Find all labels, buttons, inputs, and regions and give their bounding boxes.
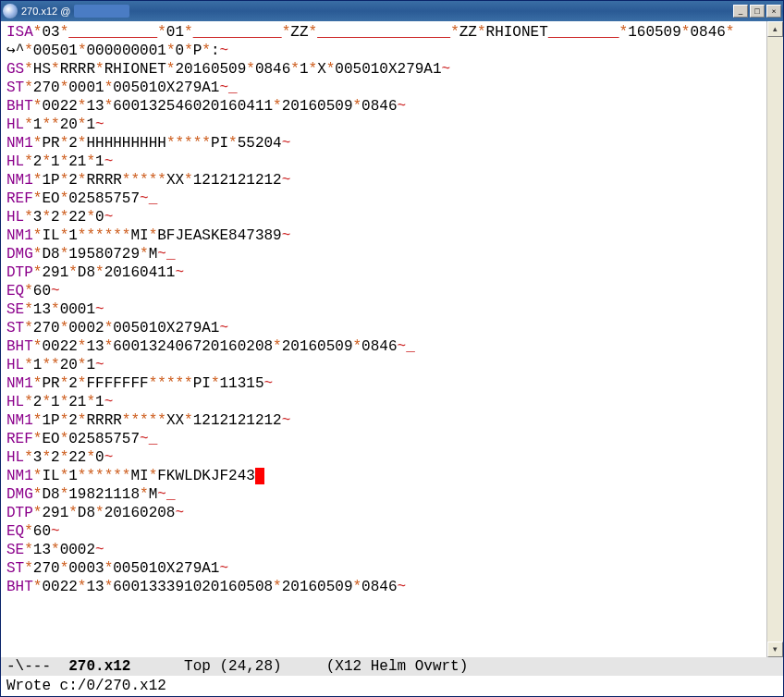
code-line[interactable]: ST*270*0001*005010X279A1~_ xyxy=(6,79,761,97)
scroll-up-button[interactable]: ▴ xyxy=(767,21,783,37)
close-button[interactable]: × xyxy=(766,5,781,18)
code-line[interactable]: ↪^*00501*000000001*0*P*:~ xyxy=(6,42,761,60)
code-line[interactable]: NM1*PR*2*HHHHHHHHH*****PI*55204~ xyxy=(6,134,761,153)
code-line[interactable]: DTP*291*D8*20160411~ xyxy=(6,263,761,282)
code-line[interactable]: GS*HS*RRRR*RHIONET*20160509*0846*1*X*005… xyxy=(6,60,761,79)
code-line[interactable]: REF*EO*02585757~_ xyxy=(6,430,761,448)
vertical-scrollbar[interactable]: ▴ ▾ xyxy=(766,21,782,657)
mode-line: -\--- 270.x12 Top (24,28) (X12 Helm Ovwr… xyxy=(1,657,783,676)
code-line[interactable]: NM1*1P*2*RRRR*****XX*1212121212~ xyxy=(6,171,761,190)
title-host-redacted xyxy=(74,5,129,18)
code-line[interactable]: SE*13*0002~ xyxy=(6,541,761,559)
window-title: 270.x12 @ xyxy=(21,6,70,17)
code-line[interactable]: DMG*D8*19580729*M~_ xyxy=(6,245,761,263)
maximize-button[interactable]: □ xyxy=(750,5,765,18)
minimize-button[interactable]: _ xyxy=(733,5,748,18)
code-line[interactable]: BHT*0022*13*600133391020160508*20160509*… xyxy=(6,578,761,596)
code-line[interactable]: NM1*IL*1******MI*FKWLDKJF243~ xyxy=(6,467,761,485)
code-line[interactable]: EQ*60~ xyxy=(6,282,761,300)
code-line[interactable]: REF*EO*02585757~_ xyxy=(6,190,761,208)
code-line[interactable]: HL*3*2*22*0~ xyxy=(6,208,761,226)
code-line[interactable]: HL*3*2*22*0~ xyxy=(6,448,761,467)
code-line[interactable]: HL*2*1*21*1~ xyxy=(6,153,761,171)
code-line[interactable]: ISA*03* *01* *ZZ* *ZZ*RHIONET *160509*08… xyxy=(6,23,761,42)
app-icon xyxy=(3,4,18,18)
code-line[interactable]: NM1*1P*2*RRRR*****XX*1212121212~ xyxy=(6,411,761,430)
code-line[interactable]: DMG*D8*19821118*M~_ xyxy=(6,485,761,504)
minibuffer[interactable]: Wrote c:/0/270.x12 xyxy=(1,676,783,696)
editor-area[interactable]: ISA*03* *01* *ZZ* *ZZ*RHIONET *160509*08… xyxy=(1,21,783,657)
code-line[interactable]: HL*1**20*1~ xyxy=(6,356,761,374)
code-line[interactable]: BHT*0022*13*600132546020160411*20160509*… xyxy=(6,97,761,116)
scroll-down-button[interactable]: ▾ xyxy=(767,642,783,657)
app-window: 270.x12 @ _ □ × ISA*03* *01* *ZZ* *ZZ*RH… xyxy=(0,0,784,697)
title-bar[interactable]: 270.x12 @ _ □ × xyxy=(1,1,783,21)
code-line[interactable]: HL*2*1*21*1~ xyxy=(6,393,761,411)
window-controls: _ □ × xyxy=(733,5,783,18)
code-line[interactable]: NM1*IL*1******MI*BFJEASKE847389~ xyxy=(6,226,761,245)
buffer-name: 270.x12 xyxy=(68,658,130,675)
code-line[interactable]: DTP*291*D8*20160208~ xyxy=(6,504,761,522)
code-line[interactable]: ST*270*0002*005010X279A1~ xyxy=(6,319,761,337)
code-line[interactable]: EQ*60~ xyxy=(6,522,761,541)
code-line[interactable]: NM1*PR*2*FFFFFFF*****PI*11315~ xyxy=(6,374,761,393)
code-line[interactable]: BHT*0022*13*600132406720160208*20160509*… xyxy=(6,337,761,356)
code-line[interactable]: HL*1**20*1~ xyxy=(6,116,761,134)
code-line[interactable]: ST*270*0003*005010X279A1~ xyxy=(6,559,761,578)
code-line[interactable]: SE*13*0001~ xyxy=(6,300,761,319)
